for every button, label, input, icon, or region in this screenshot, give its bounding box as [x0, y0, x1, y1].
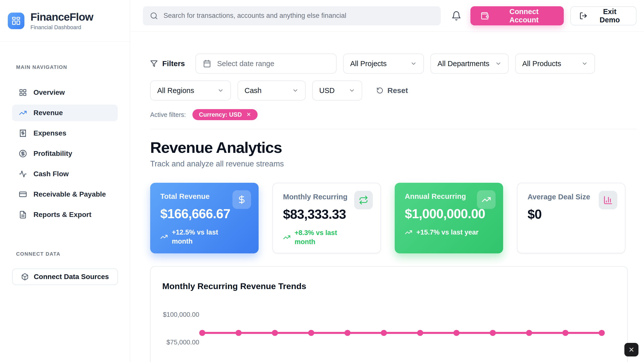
chart-data-point	[235, 330, 242, 336]
filters-row-1: Filters All Projects	[150, 54, 628, 74]
receipt-icon	[19, 129, 27, 137]
sidebar-item-cash-flow[interactable]: Cash Flow	[12, 166, 118, 182]
chart-data-point	[272, 330, 278, 336]
page-content: Filters All Projects	[130, 32, 644, 362]
notifications-button[interactable]	[449, 9, 463, 23]
chart-data-point	[562, 330, 569, 336]
sidebar-item-label: Reports & Export	[33, 211, 91, 219]
connect-data-sources-button[interactable]: Connect Data Sources	[12, 268, 118, 285]
stat-cards: Total Revenue $166,666.67 +12.5% vs last…	[150, 183, 628, 253]
chart-data-point	[344, 330, 350, 336]
sidebar-item-receivable-payable[interactable]: Receivable & Payable	[12, 186, 118, 203]
stat-card-monthly-recurring: Monthly Recurring $83,333.33 +8.3% vs la…	[272, 183, 381, 253]
sidebar: FinanceFlow Financial Dashboard MAIN NAV…	[0, 0, 130, 362]
filters-title-label: Filters	[162, 59, 185, 68]
page-subtitle: Track and analyze all revenue streams	[150, 159, 628, 168]
sidebar-item-profitability[interactable]: Profitability	[12, 145, 118, 162]
filter-dropdown-projects[interactable]: All Projects	[343, 54, 424, 74]
connect-section-title: CONNECT DATA	[16, 251, 114, 257]
date-range-field[interactable]	[217, 60, 329, 68]
exit-demo-button[interactable]: Exit Demo	[570, 6, 636, 25]
bar-chart-icon	[599, 191, 617, 209]
dropdown-value: All Projects	[350, 60, 387, 68]
sidebar-item-label: Revenue	[33, 109, 63, 117]
section-divider	[150, 129, 637, 129]
trend-up-icon	[283, 234, 291, 241]
active-filters-label: Active filters:	[150, 111, 186, 118]
stat-card-annual-recurring: Annual Recurring $1,000,000.00 +15.7% vs…	[395, 183, 503, 253]
chevron-down-icon	[217, 87, 224, 94]
dropdown-value: All Regions	[157, 86, 194, 95]
sidebar-item-revenue[interactable]: Revenue	[12, 105, 118, 121]
stat-change-text: +12.5% vs last month	[172, 228, 228, 246]
trend-up-icon	[160, 233, 168, 241]
chart-data-point	[490, 330, 496, 336]
sidebar-item-reports-export[interactable]: Reports & Export	[12, 206, 118, 223]
sidebar-item-overview[interactable]: Overview	[12, 84, 118, 101]
filters-row-2: All Regions Cash USD	[150, 80, 628, 101]
nav-section-title: MAIN NAVIGATION	[16, 64, 114, 70]
chevron-down-icon	[349, 87, 355, 94]
mrr-trend-chart: Monthly Recurring Revenue Trends $100,00…	[150, 266, 628, 362]
top-bar: Connect Account Exit Demo	[130, 0, 644, 32]
app-logo-icon	[8, 13, 24, 29]
circle-dollar-icon	[19, 150, 27, 158]
stat-change-text: +8.3% vs last month	[295, 228, 351, 247]
app-title: FinanceFlow	[30, 11, 93, 23]
bell-icon	[451, 11, 461, 21]
log-out-icon	[579, 12, 587, 20]
search-icon	[150, 12, 158, 20]
reset-filters-button[interactable]: Reset	[376, 86, 408, 95]
connect-account-label: Connect Account	[494, 8, 554, 24]
trend-up-icon	[405, 229, 412, 236]
filter-dropdown-regions[interactable]: All Regions	[150, 80, 231, 101]
filter-dropdown-basis[interactable]: Cash	[237, 80, 306, 101]
active-filter-chip-currency[interactable]: Currency: USD ✕	[192, 109, 258, 120]
app-tagline: Financial Dashboard	[30, 24, 93, 31]
sidebar-item-expenses[interactable]: Expenses	[12, 125, 118, 142]
brand-header: FinanceFlow Financial Dashboard	[0, 0, 130, 42]
dropdown-value: USD	[319, 86, 335, 95]
dollar-sign-icon	[232, 190, 251, 209]
calendar-icon	[203, 60, 211, 68]
chip-dismiss-x-icon[interactable]: ✕	[246, 111, 251, 118]
stat-change: +15.7% vs last year	[405, 228, 493, 237]
sidebar-item-label: Cash Flow	[33, 170, 69, 178]
filter-dropdown-currency[interactable]: USD	[312, 80, 362, 101]
connect-account-button[interactable]: Connect Account	[470, 6, 564, 25]
activity-icon	[19, 170, 27, 178]
chart-data-point	[199, 330, 205, 336]
file-text-icon	[19, 211, 27, 219]
brand-text: FinanceFlow Financial Dashboard	[30, 11, 93, 31]
main-navigation: Overview Revenue Expenses	[12, 84, 118, 223]
page-title: Revenue Analytics	[150, 139, 628, 156]
trending-up-icon	[477, 190, 496, 209]
filter-dropdown-departments[interactable]: All Departments	[430, 54, 509, 74]
chip-label: Currency: USD	[199, 111, 242, 118]
main-area: Connect Account Exit Demo	[130, 0, 644, 362]
date-range-input[interactable]	[195, 54, 337, 74]
wallet-icon	[480, 12, 489, 20]
connect-data-sources-label: Connect Data Sources	[34, 273, 109, 281]
repeat-icon	[354, 191, 373, 209]
sidebar-item-label: Receivable & Payable	[33, 190, 106, 198]
close-overlay-button[interactable]: ✕	[624, 343, 638, 356]
sidebar-item-label: Overview	[33, 88, 65, 97]
app-root: FinanceFlow Financial Dashboard MAIN NAV…	[0, 0, 644, 362]
chevron-down-icon	[495, 60, 502, 67]
search-input[interactable]	[164, 12, 434, 20]
rotate-ccw-icon	[376, 87, 383, 94]
chart-data-point	[454, 330, 460, 336]
filter-dropdown-products[interactable]: All Products	[515, 54, 595, 74]
credit-card-icon	[19, 190, 27, 198]
sidebar-item-label: Profitability	[33, 150, 72, 158]
chart-data-point	[599, 330, 605, 336]
trending-up-icon	[19, 109, 27, 117]
chevron-down-icon	[292, 87, 299, 94]
filters-title: Filters	[150, 59, 185, 68]
stat-change: +12.5% vs last month	[160, 228, 249, 246]
package-cube-icon	[21, 273, 29, 281]
stat-card-average-deal-size: Average Deal Size $0	[517, 183, 625, 253]
stat-change: +8.3% vs last month	[283, 228, 370, 247]
sidebar-item-label: Expenses	[33, 129, 66, 137]
